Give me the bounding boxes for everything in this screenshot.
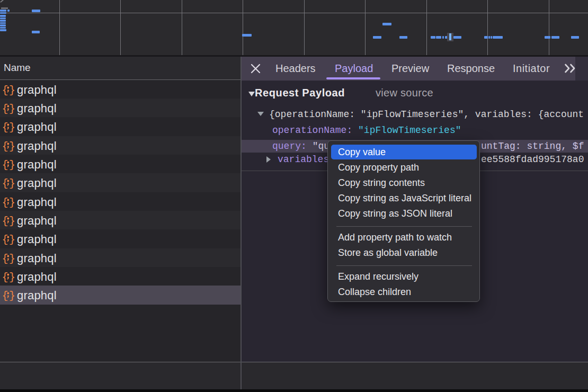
svg-text:{: { — [2, 234, 8, 245]
svg-text:{: { — [2, 141, 8, 152]
svg-text:{: { — [2, 103, 8, 114]
svg-text:}: } — [9, 290, 15, 301]
svg-text:}: } — [9, 85, 15, 96]
svg-text:}: } — [9, 141, 15, 152]
svg-text:}: } — [9, 122, 15, 133]
svg-text:{: { — [2, 178, 8, 189]
svg-text:{: { — [2, 253, 8, 264]
svg-text:}: } — [9, 178, 15, 189]
svg-text:{: { — [2, 159, 8, 171]
svg-text:{: { — [2, 122, 8, 133]
svg-text:}: } — [9, 103, 15, 114]
svg-text:}: } — [9, 159, 15, 171]
svg-text:}: } — [9, 216, 15, 227]
svg-text:{: { — [2, 216, 8, 227]
svg-text:}: } — [9, 234, 15, 245]
svg-text:}: } — [9, 272, 15, 283]
svg-text:{: { — [2, 85, 8, 96]
svg-text:{: { — [2, 197, 8, 208]
svg-text:{: { — [2, 272, 8, 283]
svg-text:{: { — [2, 290, 8, 301]
svg-text:}: } — [9, 197, 15, 208]
svg-text:}: } — [9, 253, 15, 264]
